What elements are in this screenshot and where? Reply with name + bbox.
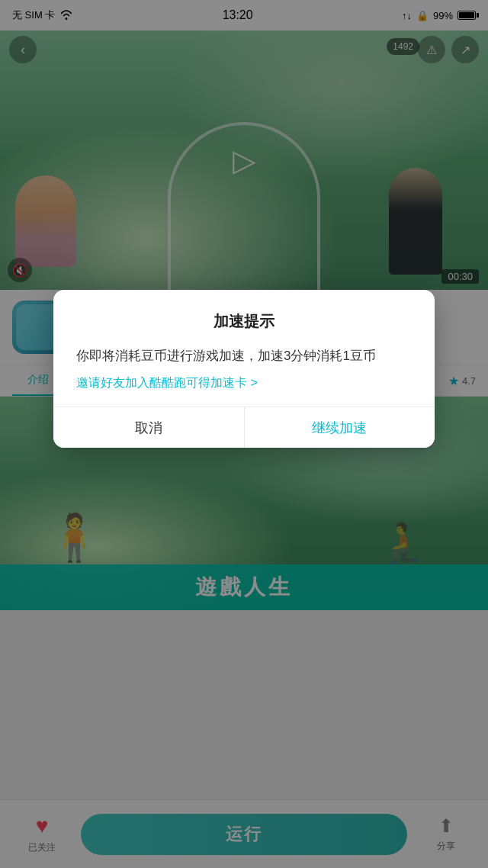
dialog-message: 你即将消耗豆币进行游戏加速，加速3分钟消耗1豆币 <box>76 346 412 366</box>
dialog-body: 加速提示 你即将消耗豆币进行游戏加速，加速3分钟消耗1豆币 邀请好友加入酷酷跑可… <box>53 290 435 407</box>
dialog-footer: 取消 继续加速 <box>53 407 435 448</box>
modal-overlay: 加速提示 你即将消耗豆币进行游戏加速，加速3分钟消耗1豆币 邀请好友加入酷酷跑可… <box>0 0 488 868</box>
dialog-title: 加速提示 <box>76 311 412 332</box>
dialog: 加速提示 你即将消耗豆币进行游戏加速，加速3分钟消耗1豆币 邀请好友加入酷酷跑可… <box>53 290 435 448</box>
cancel-button[interactable]: 取消 <box>53 407 245 448</box>
dialog-link[interactable]: 邀请好友加入酷酷跑可得加速卡 > <box>76 376 258 389</box>
confirm-button[interactable]: 继续加速 <box>245 407 435 448</box>
